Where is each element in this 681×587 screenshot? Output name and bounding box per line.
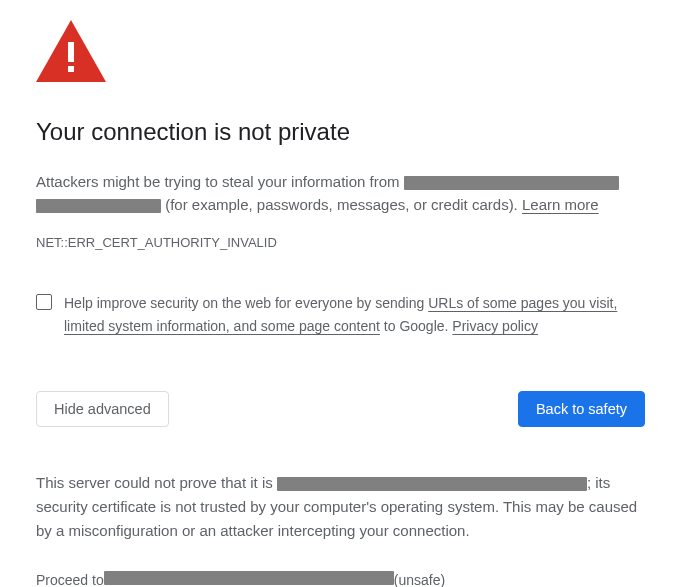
svg-rect-1 [68, 66, 74, 72]
warning-description: Attackers might be trying to steal your … [36, 170, 645, 217]
advanced-before: This server could not prove that it is [36, 474, 277, 491]
learn-more-link[interactable]: Learn more [522, 196, 599, 213]
proceed-unsafe-link[interactable]: Proceed to (unsafe) [36, 571, 445, 587]
proceed-after: (unsafe) [394, 572, 445, 587]
consent-mid: to Google. [380, 318, 452, 334]
privacy-policy-link[interactable]: Privacy policy [452, 318, 538, 334]
consent-row: Help improve security on the web for eve… [36, 292, 645, 340]
consent-text: Help improve security on the web for eve… [64, 292, 645, 340]
page-title: Your connection is not private [36, 118, 645, 146]
button-row: Hide advanced Back to safety [36, 391, 645, 427]
consent-before: Help improve security on the web for eve… [64, 295, 428, 311]
consent-checkbox[interactable] [36, 294, 52, 310]
redacted-proceed-domain [104, 571, 394, 585]
svg-rect-0 [68, 42, 74, 62]
desc-text-after: (for example, passwords, messages, or cr… [161, 196, 522, 213]
warning-icon [36, 20, 645, 82]
advanced-explanation: This server could not prove that it is ;… [36, 471, 645, 543]
desc-text-before: Attackers might be trying to steal your … [36, 173, 404, 190]
proceed-before: Proceed to [36, 572, 104, 587]
redacted-domain [404, 176, 619, 190]
redacted-server-name [277, 477, 587, 491]
redacted-domain-continued [36, 199, 161, 213]
error-code: NET::ERR_CERT_AUTHORITY_INVALID [36, 235, 645, 250]
back-to-safety-button[interactable]: Back to safety [518, 391, 645, 427]
hide-advanced-button[interactable]: Hide advanced [36, 391, 169, 427]
